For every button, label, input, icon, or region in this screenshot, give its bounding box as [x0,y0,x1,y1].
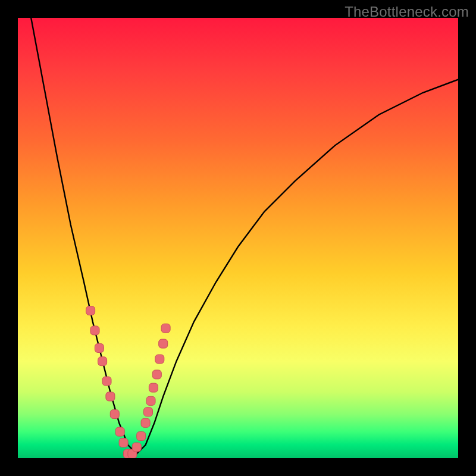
marker-point [98,357,107,366]
marker-point [137,432,146,441]
marker-point [115,427,124,436]
marker-point [144,408,153,416]
chart-svg [18,18,458,458]
watermark-text: TheBottleneck.com [345,4,469,20]
marker-point [119,439,128,447]
marker-point [86,306,95,315]
chart-frame: TheBottleneck.com [0,0,476,476]
marker-point [90,326,99,335]
bottleneck-curve [31,18,458,454]
plot-area [18,18,458,458]
marker-point [155,355,164,364]
marker-point [159,339,168,348]
marker-point [106,392,115,401]
marker-point [161,324,170,333]
marker-point [141,418,150,427]
marker-point [152,370,161,379]
marker-point [149,383,158,392]
marker-group [86,306,171,458]
marker-point [146,396,155,405]
marker-point [102,377,111,386]
marker-point [95,344,104,353]
marker-point [132,443,141,452]
marker-point [110,410,119,419]
